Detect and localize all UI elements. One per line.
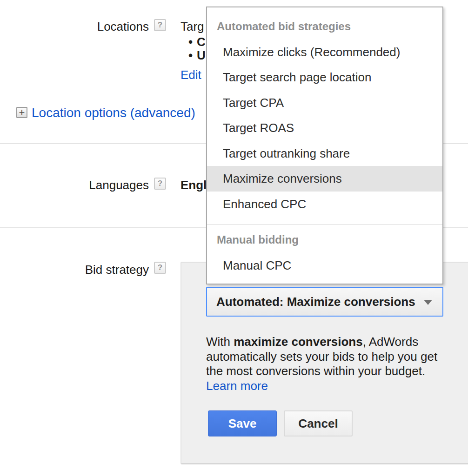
bid-strategy-label: Bid strategy [0, 263, 149, 277]
languages-value: Engl [181, 178, 206, 192]
languages-help-icon[interactable]: ? [154, 178, 166, 190]
bid-strategy-help-icon[interactable]: ? [154, 262, 166, 274]
menu-header-manual: Manual bidding [207, 227, 442, 253]
locations-bullet-item: •U [181, 49, 206, 62]
bid-strategy-select-value: Automated: Maximize conversions [207, 288, 442, 316]
bid-strategy-dropdown-menu: Automated bid strategies Maximize clicks… [206, 7, 443, 284]
description-prefix: With [206, 335, 234, 349]
bullet-icon: • [188, 49, 193, 62]
menu-item-target-outranking-share[interactable]: Target outranking share [207, 141, 442, 166]
menu-item-manual-cpc[interactable]: Manual CPC [207, 253, 442, 278]
menu-item-enhanced-cpc[interactable]: Enhanced CPC [207, 192, 442, 217]
locations-bullet-text: U [197, 49, 206, 62]
save-button[interactable]: Save [208, 410, 277, 436]
menu-item-maximize-clicks[interactable]: Maximize clicks (Recommended) [207, 40, 442, 65]
locations-bullet-item: •C [181, 35, 206, 49]
bullet-icon: • [188, 35, 193, 49]
locations-help-icon[interactable]: ? [154, 19, 166, 31]
bid-strategy-select[interactable]: Automated: Maximize conversions [206, 287, 443, 317]
languages-label: Languages [0, 178, 149, 192]
menu-item-maximize-conversions[interactable]: Maximize conversions [207, 166, 442, 192]
menu-divider [207, 224, 442, 225]
menu-item-target-cpa[interactable]: Target CPA [207, 90, 442, 116]
menu-item-target-roas[interactable]: Target ROAS [207, 115, 442, 141]
menu-header-automated: Automated bid strategies [207, 14, 442, 40]
cancel-button[interactable]: Cancel [284, 410, 353, 436]
description-bold-term: maximize conversions [234, 335, 362, 349]
learn-more-link[interactable]: Learn more [206, 379, 268, 393]
expand-plus-icon[interactable]: + [16, 107, 27, 118]
bid-strategy-panel: Automated: Maximize conversions With max… [181, 262, 468, 464]
menu-item-target-search-page-location[interactable]: Target search page location [207, 65, 442, 90]
location-options-advanced-link[interactable]: Location options (advanced) [32, 106, 195, 120]
locations-value: Targ [181, 20, 206, 34]
locations-edit-link[interactable]: Edit [181, 68, 201, 82]
locations-label: Locations [0, 20, 149, 34]
locations-bullet-text: C [197, 35, 206, 49]
bid-strategy-description: With maximize conversions, AdWords autom… [206, 335, 446, 379]
locations-bullet-list: •C •U [181, 35, 206, 62]
caret-down-icon [424, 300, 432, 305]
